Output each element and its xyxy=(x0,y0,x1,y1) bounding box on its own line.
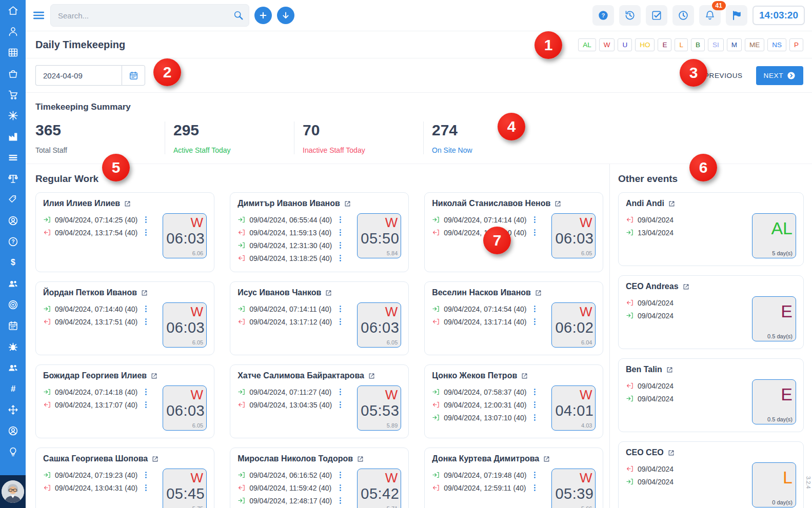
open-profile-link[interactable] xyxy=(667,449,675,457)
entry-menu-button[interactable] xyxy=(142,303,150,315)
sidebar-item-dollar-12[interactable]: $ xyxy=(0,252,26,273)
avatar[interactable] xyxy=(2,480,24,503)
entry-menu-button[interactable] xyxy=(336,482,345,494)
entry-menu-button[interactable] xyxy=(530,303,539,315)
sidebar-item-cart[interactable] xyxy=(0,84,26,105)
entry-menu-button[interactable] xyxy=(142,214,150,226)
legend-badge-p[interactable]: P xyxy=(789,38,803,51)
date-input[interactable] xyxy=(35,65,122,86)
search-input[interactable] xyxy=(50,4,249,27)
sidebar-item-lightbulb-21[interactable] xyxy=(0,441,26,462)
entry-menu-button[interactable] xyxy=(142,399,150,411)
legend-badge-me[interactable]: ME xyxy=(745,38,764,51)
legend-badge-ns[interactable]: NS xyxy=(767,38,786,51)
entry-menu-button[interactable] xyxy=(530,214,539,226)
entry-menu-button[interactable] xyxy=(530,316,539,328)
legend-badge-al[interactable]: AL xyxy=(578,38,596,51)
flag-button[interactable] xyxy=(726,5,747,26)
clock-out-icon xyxy=(626,216,633,223)
previous-day-button[interactable]: PREVIOUS xyxy=(692,71,743,80)
sidebar-item-bug-16[interactable] xyxy=(0,336,26,357)
clock-button[interactable] xyxy=(672,5,694,26)
sidebar-item-user[interactable] xyxy=(0,21,26,42)
menu-toggle-button[interactable] xyxy=(32,9,45,22)
legend-badge-l[interactable]: L xyxy=(675,38,688,51)
open-profile-link[interactable] xyxy=(141,289,148,297)
download-button[interactable] xyxy=(277,7,294,24)
check-square-button[interactable] xyxy=(646,5,667,26)
sidebar-item-factory[interactable] xyxy=(0,126,26,147)
sidebar-item-hash-18[interactable]: # xyxy=(0,378,26,399)
open-profile-link[interactable] xyxy=(554,200,562,208)
sidebar-item-user-circle-20[interactable] xyxy=(0,420,26,441)
entry-menu-button[interactable] xyxy=(530,399,539,411)
sidebar-item-basket[interactable] xyxy=(0,63,26,84)
open-profile-link[interactable] xyxy=(521,372,528,380)
sidebar-item-home[interactable] xyxy=(0,0,26,21)
help-button[interactable]: ? xyxy=(592,5,614,26)
entry-menu-button[interactable] xyxy=(336,227,345,238)
entry-menu-button[interactable] xyxy=(530,387,539,398)
entry-menu-button[interactable] xyxy=(530,470,539,481)
legend-badge-e[interactable]: E xyxy=(658,38,671,51)
open-profile-link[interactable] xyxy=(150,372,158,380)
entry-menu-button[interactable] xyxy=(530,412,539,423)
legend-badge-b[interactable]: B xyxy=(691,38,705,51)
open-profile-link[interactable] xyxy=(368,372,375,380)
entry-menu-button[interactable] xyxy=(336,399,345,411)
entry-menu-button[interactable] xyxy=(336,303,345,315)
open-profile-link[interactable] xyxy=(344,200,351,208)
sidebar-item-table[interactable] xyxy=(0,42,26,63)
legend-badge-w[interactable]: W xyxy=(599,38,615,51)
entries: 09/04/202413/04/2024 xyxy=(626,213,748,258)
entry-menu-button[interactable] xyxy=(336,253,345,264)
open-profile-link[interactable] xyxy=(325,289,332,297)
history-button[interactable] xyxy=(619,5,641,26)
open-profile-link[interactable] xyxy=(543,455,550,463)
open-profile-link[interactable] xyxy=(357,455,364,463)
entry-menu-button[interactable] xyxy=(336,387,345,398)
legend-badge-ho[interactable]: HO xyxy=(635,38,655,51)
legend-badge-m[interactable]: M xyxy=(727,38,742,51)
history-icon xyxy=(624,10,636,21)
open-profile-link[interactable] xyxy=(151,455,159,463)
sidebar-item-calendar-15[interactable] xyxy=(0,315,26,336)
legend-badge-si[interactable]: SI xyxy=(708,38,724,51)
add-button[interactable] xyxy=(254,7,272,24)
entry-menu-button[interactable] xyxy=(142,387,150,398)
sidebar-item-scales[interactable] xyxy=(0,168,26,189)
entry-menu-button[interactable] xyxy=(336,470,345,481)
sidebar-item-users-17[interactable] xyxy=(0,357,26,378)
open-profile-link[interactable] xyxy=(666,366,674,374)
sidebar-item-help-circle[interactable]: ? xyxy=(0,231,26,252)
entry-menu-button[interactable] xyxy=(142,482,150,494)
sidebar-item-move-19[interactable] xyxy=(0,399,26,420)
entry-menu-button[interactable] xyxy=(530,482,539,494)
entry-menu-button[interactable] xyxy=(336,495,345,506)
sidebar-item-user-circle[interactable] xyxy=(0,210,26,231)
sidebar-item-tags[interactable] xyxy=(0,189,26,210)
sidebar-item-bullseye-14[interactable] xyxy=(0,294,26,315)
open-profile-link[interactable] xyxy=(682,283,690,291)
open-profile-link[interactable] xyxy=(668,200,676,208)
open-profile-link[interactable] xyxy=(534,289,542,297)
bell-button[interactable]: 41 xyxy=(699,5,721,26)
sidebar-item-list[interactable] xyxy=(0,147,26,168)
entry-menu-button[interactable] xyxy=(336,316,345,328)
entry-menu-button[interactable] xyxy=(142,227,150,238)
entry-menu-button[interactable] xyxy=(142,470,150,481)
employee-name: Николай Станиславов Ненов xyxy=(432,199,550,208)
status-box: W06:036.05 xyxy=(357,302,401,348)
entry-menu-button[interactable] xyxy=(336,240,345,251)
entry-row: 09/04/2024, 12:59:11 (40) xyxy=(432,481,547,494)
sidebar-item-users-13[interactable] xyxy=(0,273,26,294)
search-icon[interactable] xyxy=(233,10,244,21)
entry-menu-button[interactable] xyxy=(142,316,150,328)
calendar-button[interactable] xyxy=(122,65,145,86)
entry-menu-button[interactable] xyxy=(336,214,345,226)
open-profile-link[interactable] xyxy=(124,200,131,208)
entry-menu-button[interactable] xyxy=(530,227,539,238)
sidebar-item-snowflake[interactable] xyxy=(0,105,26,126)
next-day-button[interactable]: NEXT xyxy=(756,66,803,85)
legend-badge-u[interactable]: U xyxy=(618,38,632,51)
